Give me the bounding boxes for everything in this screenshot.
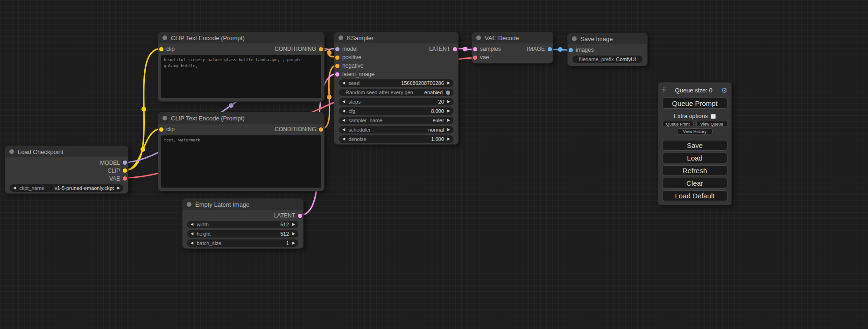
model-output-slot[interactable]: MODEL xyxy=(100,160,127,166)
negative-input-slot[interactable]: negative xyxy=(335,63,363,69)
decrement-arrow-icon[interactable]: ◀ xyxy=(342,137,345,141)
latent-output-dot-icon[interactable] xyxy=(453,47,457,51)
negative-prompt-text-input[interactable]: text, watermark xyxy=(161,135,321,188)
positive-input-slot[interactable]: positive xyxy=(335,54,361,61)
images-input-slot[interactable]: images xyxy=(569,47,594,53)
cfg-widget[interactable]: ◀ cfg 8.000 ▶ xyxy=(339,107,453,115)
height-widget[interactable]: ◀ height 512 ▶ xyxy=(187,230,298,238)
seed-widget[interactable]: ◀ seed 156680208700286 ▶ xyxy=(339,79,453,87)
decrement-arrow-icon[interactable]: ◀ xyxy=(191,241,193,245)
vae-output-dot-icon[interactable] xyxy=(123,176,127,181)
model-output-dot-icon[interactable] xyxy=(123,161,127,165)
collapse-dot-icon[interactable] xyxy=(476,35,481,40)
extra-options-checkbox[interactable] xyxy=(711,114,716,119)
view-queue-button[interactable]: View Queue xyxy=(696,121,728,127)
increment-arrow-icon[interactable]: ▶ xyxy=(292,232,295,236)
samples-input-dot-icon[interactable] xyxy=(473,47,477,51)
refresh-button[interactable]: Refresh xyxy=(662,165,727,176)
increment-arrow-icon[interactable]: ▶ xyxy=(447,137,450,141)
collapse-dot-icon[interactable] xyxy=(162,116,167,120)
decrement-arrow-icon[interactable]: ◀ xyxy=(342,109,345,113)
clip-output-dot-icon[interactable] xyxy=(123,168,127,173)
decrement-arrow-icon[interactable]: ◀ xyxy=(342,119,345,122)
decrement-arrow-icon[interactable]: ◀ xyxy=(13,186,16,190)
latent-output-dot-icon[interactable] xyxy=(298,214,302,218)
save-button[interactable]: Save xyxy=(662,140,727,151)
vae-output-slot[interactable]: VAE xyxy=(109,175,127,182)
collapse-dot-icon[interactable] xyxy=(9,149,14,154)
collapse-dot-icon[interactable] xyxy=(187,202,191,207)
model-input-slot[interactable]: model xyxy=(335,46,358,52)
collapse-dot-icon[interactable] xyxy=(162,35,167,40)
image-output-dot-icon[interactable] xyxy=(548,47,552,51)
denoise-widget[interactable]: ◀ denoise 1.000 ▶ xyxy=(339,135,453,143)
decrement-arrow-icon[interactable]: ◀ xyxy=(191,232,193,236)
clip-text-encode-positive-node[interactable]: CLIP Text Encode (Prompt) clip CONDITION… xyxy=(158,32,325,102)
model-input-dot-icon[interactable] xyxy=(335,47,339,51)
queue-prompt-button[interactable]: Queue Prompt xyxy=(662,98,727,109)
clip-input-slot[interactable]: clip xyxy=(159,126,175,133)
decrement-arrow-icon[interactable]: ◀ xyxy=(342,81,345,85)
empty-latent-image-node[interactable]: Empty Latent Image LATENT ◀ width 512 ▶ … xyxy=(182,198,303,249)
conditioning-output-dot-icon[interactable] xyxy=(319,47,323,51)
node-title-bar[interactable]: CLIP Text Encode (Prompt) xyxy=(158,32,324,43)
menu-panel[interactable]: ⠿ Queue size: 0 ⚙ Queue Prompt Extra opt… xyxy=(658,82,732,205)
save-image-node[interactable]: Save Image images filename_prefix ComfyU… xyxy=(567,33,648,66)
decrement-arrow-icon[interactable]: ◀ xyxy=(342,128,345,132)
node-title-bar[interactable]: VAE Decode xyxy=(472,32,553,43)
steps-widget[interactable]: ◀ steps 20 ▶ xyxy=(339,98,453,105)
positive-input-dot-icon[interactable] xyxy=(335,56,339,60)
node-title-bar[interactable]: KSampler xyxy=(334,32,458,43)
width-widget[interactable]: ◀ width 512 ▶ xyxy=(187,221,298,228)
negative-input-dot-icon[interactable] xyxy=(335,64,339,68)
images-input-dot-icon[interactable] xyxy=(569,48,573,52)
conditioning-output-slot[interactable]: CONDITIONING xyxy=(275,126,323,133)
drag-handle-icon[interactable]: ⠿ xyxy=(662,87,666,93)
increment-arrow-icon[interactable]: ▶ xyxy=(117,186,120,190)
vae-input-slot[interactable]: vae xyxy=(473,54,489,61)
node-title-bar[interactable]: Save Image xyxy=(568,33,647,44)
random-seed-toggle-widget[interactable]: Random seed after every gen enabled xyxy=(339,89,453,96)
decrement-arrow-icon[interactable]: ◀ xyxy=(342,100,345,104)
clear-button[interactable]: Clear xyxy=(662,178,727,189)
batch-size-widget[interactable]: ◀ batch_size 1 ▶ xyxy=(187,239,298,247)
conditioning-output-dot-icon[interactable] xyxy=(319,127,323,132)
load-button[interactable]: Load xyxy=(662,153,727,163)
settings-gear-icon[interactable]: ⚙ xyxy=(721,87,727,94)
view-history-button[interactable]: View History xyxy=(677,128,713,134)
node-title-bar[interactable]: CLIP Text Encode (Prompt) xyxy=(158,112,324,124)
clip-text-encode-negative-node[interactable]: CLIP Text Encode (Prompt) clip CONDITION… xyxy=(158,112,325,191)
toggle-indicator-icon[interactable] xyxy=(446,91,450,95)
increment-arrow-icon[interactable]: ▶ xyxy=(447,119,450,122)
clip-input-dot-icon[interactable] xyxy=(159,127,163,132)
node-title-bar[interactable]: Load Checkpoint xyxy=(5,146,128,157)
increment-arrow-icon[interactable]: ▶ xyxy=(292,223,295,226)
ksampler-node[interactable]: KSampler model LATENT positive negative xyxy=(334,32,459,145)
increment-arrow-icon[interactable]: ▶ xyxy=(447,100,450,104)
latent-output-slot[interactable]: LATENT xyxy=(429,46,457,52)
collapse-dot-icon[interactable] xyxy=(572,36,577,41)
samples-input-slot[interactable]: samples xyxy=(473,46,501,52)
load-checkpoint-node[interactable]: Load Checkpoint MODEL CLIP VAE ◀ ckpt_na… xyxy=(5,146,128,194)
node-title-bar[interactable]: Empty Latent Image xyxy=(183,199,303,210)
queue-front-button[interactable]: Queue Front xyxy=(662,121,694,127)
load-default-button[interactable]: Load Default xyxy=(662,190,727,201)
image-output-slot[interactable]: IMAGE xyxy=(527,46,552,52)
latent-image-input-slot[interactable]: latent_image xyxy=(335,71,374,77)
decrement-arrow-icon[interactable]: ◀ xyxy=(191,223,193,226)
clip-input-dot-icon[interactable] xyxy=(159,47,163,51)
latent-image-input-dot-icon[interactable] xyxy=(335,72,339,77)
increment-arrow-icon[interactable]: ▶ xyxy=(447,109,450,113)
clip-input-slot[interactable]: clip xyxy=(159,46,175,52)
latent-output-slot[interactable]: LATENT xyxy=(274,212,302,219)
vae-decode-node[interactable]: VAE Decode samples IMAGE vae xyxy=(472,32,553,63)
conditioning-output-slot[interactable]: CONDITIONING xyxy=(275,46,323,52)
clip-output-slot[interactable]: CLIP xyxy=(107,168,127,174)
vae-input-dot-icon[interactable] xyxy=(473,56,477,60)
collapse-dot-icon[interactable] xyxy=(339,35,343,40)
increment-arrow-icon[interactable]: ▶ xyxy=(447,128,450,132)
increment-arrow-icon[interactable]: ▶ xyxy=(292,241,295,245)
ckpt-name-widget[interactable]: ◀ ckpt_name v1-5-pruned-emaonly.ckpt ▶ xyxy=(10,184,123,192)
filename-prefix-widget[interactable]: filename_prefix ComfyUI xyxy=(572,56,642,63)
positive-prompt-text-input[interactable]: beautiful scenery nature glass bottle la… xyxy=(161,55,321,98)
